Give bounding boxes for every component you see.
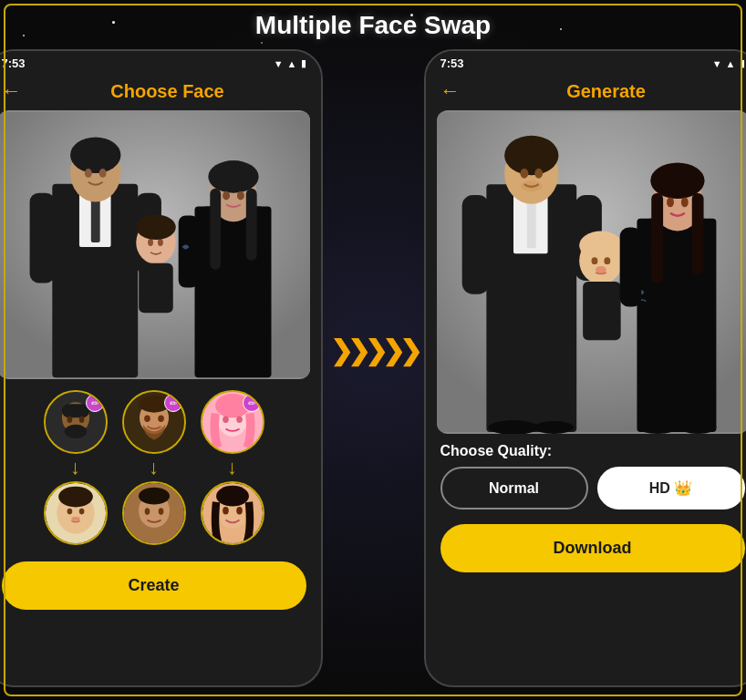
svg-point-63 (504, 136, 558, 175)
svg-point-83 (680, 197, 688, 207)
svg-rect-81 (691, 193, 703, 274)
quality-buttons: Normal HD 👑 (440, 467, 745, 510)
right-header-title: Generate (468, 81, 745, 102)
svg-rect-75 (637, 219, 716, 432)
svg-rect-12 (139, 263, 173, 313)
signal-icon: ▼ (274, 58, 284, 69)
svg-point-65 (534, 169, 543, 179)
svg-point-22 (208, 160, 258, 193)
svg-point-82 (667, 197, 674, 207)
svg-rect-21 (245, 189, 256, 261)
svg-point-86 (534, 421, 573, 434)
edit-badge-3[interactable]: ✏ (243, 394, 261, 412)
svg-rect-20 (210, 189, 221, 270)
chevron-arrows: ❯❯❯❯❯ (330, 335, 417, 366)
left-phone: 7:53 ▼ ▲ ▮ ← Choose Face (0, 49, 323, 687)
right-status-icons: ▼ ▲ ▮ (712, 57, 745, 69)
left-back-button[interactable]: ← (2, 79, 22, 103)
result-face-3 (201, 481, 264, 545)
svg-point-73 (604, 257, 610, 264)
left-status-time: 7:53 (2, 57, 26, 70)
right-status-time: 7:53 (440, 57, 464, 70)
svg-point-66 (520, 180, 542, 191)
svg-point-8 (98, 169, 106, 178)
svg-point-6 (70, 137, 120, 173)
svg-point-14 (157, 239, 162, 246)
svg-point-87 (637, 421, 677, 434)
right-main-image (437, 110, 747, 434)
left-main-image (0, 110, 310, 379)
svg-point-79 (650, 162, 704, 199)
svg-point-34 (67, 509, 72, 515)
right-phone: 7:53 ▼ ▲ ▮ ← Generate (424, 49, 747, 687)
svg-point-56 (223, 507, 229, 514)
face-pair-3: ✏ ↓ (201, 390, 264, 545)
svg-point-24 (236, 191, 243, 201)
face-pair-2: ✏ ↓ (122, 390, 186, 545)
right-battery-icon: ▮ (740, 57, 745, 69)
svg-rect-28 (61, 404, 88, 417)
quality-label: Choose Quality: (440, 443, 745, 459)
svg-point-29 (67, 416, 72, 423)
source-face-1[interactable]: ✏ (44, 390, 108, 454)
svg-point-46 (144, 508, 150, 515)
download-button[interactable]: Download (440, 524, 745, 572)
svg-point-74 (595, 266, 606, 273)
hd-quality-button[interactable]: HD 👑 (597, 467, 745, 510)
result-face-2 (122, 481, 186, 545)
page-title: Multiple Face Swap (0, 0, 746, 49)
svg-point-45 (139, 488, 170, 505)
right-back-button[interactable]: ← (440, 79, 461, 103)
svg-point-51 (223, 416, 229, 423)
left-status-icons: ▼ ▲ ▮ (274, 57, 306, 69)
svg-point-13 (148, 239, 153, 246)
face-pairs-container: ✏ ↓ (2, 390, 306, 545)
svg-rect-61 (526, 199, 535, 248)
edit-badge-1[interactable]: ✏ (86, 394, 104, 412)
svg-point-37 (58, 487, 93, 508)
source-face-2[interactable]: ✏ (122, 390, 186, 454)
svg-point-57 (236, 507, 243, 514)
svg-point-30 (78, 416, 84, 423)
svg-point-31 (64, 425, 87, 438)
normal-quality-button[interactable]: Normal (440, 467, 588, 510)
down-arrow-1: ↓ (70, 458, 80, 478)
svg-point-64 (520, 169, 528, 179)
svg-point-71 (579, 232, 622, 261)
quality-section: Choose Quality: Normal HD 👑 (426, 434, 747, 517)
svg-point-55 (216, 486, 249, 507)
down-arrow-2: ↓ (149, 458, 159, 478)
svg-point-7 (84, 169, 91, 178)
right-wifi-icon: ▲ (726, 58, 736, 69)
svg-point-47 (158, 508, 163, 515)
right-signal-icon: ▼ (712, 58, 722, 69)
arrow-between: ❯❯❯❯❯ (330, 335, 417, 366)
down-arrow-3: ↓ (227, 458, 237, 478)
face-pair-1: ✏ ↓ (44, 390, 108, 545)
right-status-bar: 7:53 ▼ ▲ ▮ (426, 51, 747, 74)
svg-point-52 (236, 416, 243, 423)
phones-container: 7:53 ▼ ▲ ▮ ← Choose Face (0, 49, 746, 687)
create-button[interactable]: Create (2, 561, 306, 610)
edit-badge-2[interactable]: ✏ (164, 394, 182, 412)
face-swap-section: ✏ ↓ (0, 379, 321, 552)
right-header: ← Generate (426, 74, 747, 110)
battery-icon: ▮ (301, 57, 306, 69)
svg-point-88 (679, 421, 716, 434)
svg-rect-4 (90, 198, 99, 242)
left-status-bar: 7:53 ▼ ▲ ▮ (0, 51, 321, 74)
source-face-3[interactable]: ✏ (201, 390, 264, 454)
svg-point-41 (144, 415, 150, 422)
result-face-1 (44, 481, 108, 545)
svg-point-42 (158, 415, 164, 422)
svg-point-72 (591, 257, 597, 264)
left-header-title: Choose Face (29, 81, 306, 102)
svg-rect-84 (619, 228, 641, 307)
svg-point-23 (223, 191, 230, 201)
svg-rect-9 (29, 193, 55, 283)
svg-point-35 (78, 509, 84, 515)
left-header: ← Choose Face (0, 74, 321, 110)
svg-rect-67 (461, 195, 489, 294)
svg-rect-80 (651, 193, 663, 283)
svg-rect-70 (583, 282, 621, 340)
